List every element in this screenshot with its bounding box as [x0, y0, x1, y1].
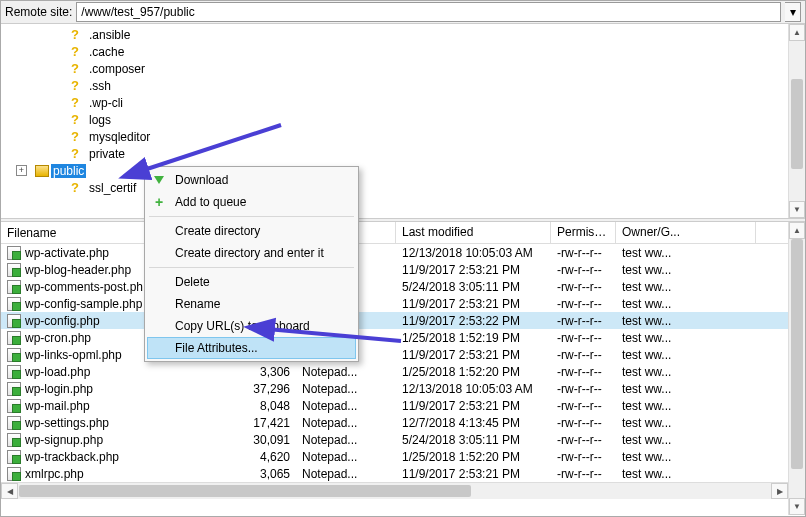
header-modified[interactable]: Last modified: [396, 222, 551, 243]
cell-filename: wp-login.php: [1, 382, 226, 396]
cell-modified: 1/25/2018 1:52:20 PM: [396, 365, 551, 379]
php-file-icon: [7, 416, 21, 430]
menu-copy-urls[interactable]: Copy URL(s) to clipboard: [147, 315, 356, 337]
menu-rename[interactable]: Rename: [147, 293, 356, 315]
cell-owner: test ww...: [616, 365, 756, 379]
add-queue-icon: [151, 194, 167, 210]
scroll-down-icon[interactable]: ▼: [789, 201, 805, 218]
cell-owner: test ww...: [616, 450, 756, 464]
table-row[interactable]: wp-login.php37,296Notepad...12/13/2018 1…: [1, 380, 788, 397]
tree-item[interactable]: ?.wp-cli: [1, 94, 788, 111]
scroll-thumb[interactable]: [791, 239, 803, 469]
php-file-icon: [7, 331, 21, 345]
cell-type: Notepad...: [296, 382, 396, 396]
cell-permissions: -rw-r--r--: [551, 246, 616, 260]
menu-delete[interactable]: Delete: [147, 271, 356, 293]
cell-permissions: -rw-r--r--: [551, 450, 616, 464]
tree-item[interactable]: ?.ansible: [1, 26, 788, 43]
table-row[interactable]: wp-cron.php3,669Notepad...1/25/2018 1:52…: [1, 329, 788, 346]
menu-download[interactable]: Download: [147, 169, 356, 191]
php-file-icon: [7, 399, 21, 413]
table-row[interactable]: xmlrpc.php3,065Notepad...11/9/2017 2:53:…: [1, 465, 788, 482]
context-menu: Download Add to queue Create directory C…: [144, 166, 359, 362]
tree-item-label: private: [87, 147, 127, 161]
folder-unknown-icon: ?: [71, 146, 85, 161]
menu-file-attributes[interactable]: File Attributes...: [147, 337, 356, 359]
menu-separator: [149, 267, 354, 268]
php-file-icon: [7, 450, 21, 464]
cell-owner: test ww...: [616, 314, 756, 328]
table-row[interactable]: wp-comments-post.phad...5/24/2018 3:05:1…: [1, 278, 788, 295]
php-file-icon: [7, 365, 21, 379]
php-file-icon: [7, 263, 21, 277]
menu-create-directory[interactable]: Create directory: [147, 220, 356, 242]
header-owner[interactable]: Owner/G...: [616, 222, 756, 243]
tree-item[interactable]: ?logs: [1, 111, 788, 128]
cell-modified: 11/9/2017 2:53:22 PM: [396, 314, 551, 328]
tree-item[interactable]: ?private: [1, 145, 788, 162]
scroll-right-icon[interactable]: ▶: [771, 483, 788, 499]
expand-toggle-icon[interactable]: +: [16, 165, 27, 176]
tree-item[interactable]: ?.cache: [1, 43, 788, 60]
cell-size: 3,306: [226, 365, 296, 379]
folder-unknown-icon: ?: [71, 61, 85, 76]
cell-modified: 11/9/2017 2:53:21 PM: [396, 399, 551, 413]
cell-permissions: -rw-r--r--: [551, 399, 616, 413]
scroll-up-icon[interactable]: ▲: [789, 222, 805, 239]
cell-modified: 12/13/2018 10:05:03 AM: [396, 246, 551, 260]
menu-add-to-queue[interactable]: Add to queue: [147, 191, 356, 213]
vertical-scrollbar[interactable]: ▲ ▼: [788, 24, 805, 218]
cell-type: Notepad...: [296, 450, 396, 464]
tree-item-label: .composer: [87, 62, 147, 76]
table-row[interactable]: wp-blog-header.phpad...11/9/2017 2:53:21…: [1, 261, 788, 278]
menu-add-queue-label: Add to queue: [175, 195, 246, 209]
table-row[interactable]: wp-links-opml.php2,422Notepad...11/9/201…: [1, 346, 788, 363]
cell-permissions: -rw-r--r--: [551, 331, 616, 345]
remote-path-input[interactable]: [76, 2, 781, 22]
cell-owner: test ww...: [616, 246, 756, 260]
tree-item[interactable]: +public: [1, 162, 788, 179]
scroll-thumb[interactable]: [791, 79, 803, 169]
vertical-scrollbar-files[interactable]: ▲ ▼: [788, 222, 805, 515]
menu-create-directory-enter[interactable]: Create directory and enter it: [147, 242, 356, 264]
path-dropdown-button[interactable]: ▾: [785, 2, 801, 22]
cell-modified: 11/9/2017 2:53:21 PM: [396, 297, 551, 311]
tree-item[interactable]: ?mysqleditor: [1, 128, 788, 145]
tree-item-label: .wp-cli: [87, 96, 125, 110]
cell-type: Notepad...: [296, 433, 396, 447]
scroll-up-icon[interactable]: ▲: [789, 24, 805, 41]
folder-unknown-icon: ?: [71, 44, 85, 59]
table-row[interactable]: wp-config.phpad...11/9/2017 2:53:22 PM-r…: [1, 312, 788, 329]
cell-owner: test ww...: [616, 348, 756, 362]
table-row[interactable]: wp-config-sample.phpad...11/9/2017 2:53:…: [1, 295, 788, 312]
table-row[interactable]: wp-trackback.php4,620Notepad...1/25/2018…: [1, 448, 788, 465]
tree-item-label: .ansible: [87, 28, 132, 42]
file-list-pane: Filename e Last modified Permissi... Own…: [1, 222, 805, 515]
remote-site-label: Remote site:: [5, 5, 72, 19]
cell-size: 37,296: [226, 382, 296, 396]
tree-item[interactable]: ?ssl_certif: [1, 179, 788, 196]
menu-delete-label: Delete: [175, 275, 210, 289]
cell-owner: test ww...: [616, 433, 756, 447]
table-row[interactable]: wp-signup.php30,091Notepad...5/24/2018 3…: [1, 431, 788, 448]
scroll-down-icon[interactable]: ▼: [789, 498, 805, 515]
header-permissions[interactable]: Permissi...: [551, 222, 616, 243]
table-row[interactable]: wp-settings.php17,421Notepad...12/7/2018…: [1, 414, 788, 431]
table-row[interactable]: wp-load.php3,306Notepad...1/25/2018 1:52…: [1, 363, 788, 380]
table-row[interactable]: wp-mail.php8,048Notepad...11/9/2017 2:53…: [1, 397, 788, 414]
scroll-thumb-h[interactable]: [19, 485, 471, 497]
cell-permissions: -rw-r--r--: [551, 348, 616, 362]
php-file-icon: [7, 433, 21, 447]
cell-owner: test ww...: [616, 280, 756, 294]
table-row[interactable]: wp-activate.phpad...12/13/2018 10:05:03 …: [1, 244, 788, 261]
folder-unknown-icon: ?: [71, 129, 85, 144]
cell-permissions: -rw-r--r--: [551, 297, 616, 311]
cell-permissions: -rw-r--r--: [551, 365, 616, 379]
horizontal-scrollbar[interactable]: ◀ ▶: [1, 482, 788, 499]
tree-item-label: public: [51, 164, 86, 178]
cell-filename: wp-settings.php: [1, 416, 226, 430]
folder-unknown-icon: ?: [71, 27, 85, 42]
tree-item[interactable]: ?.ssh: [1, 77, 788, 94]
scroll-left-icon[interactable]: ◀: [1, 483, 18, 499]
tree-item[interactable]: ?.composer: [1, 60, 788, 77]
